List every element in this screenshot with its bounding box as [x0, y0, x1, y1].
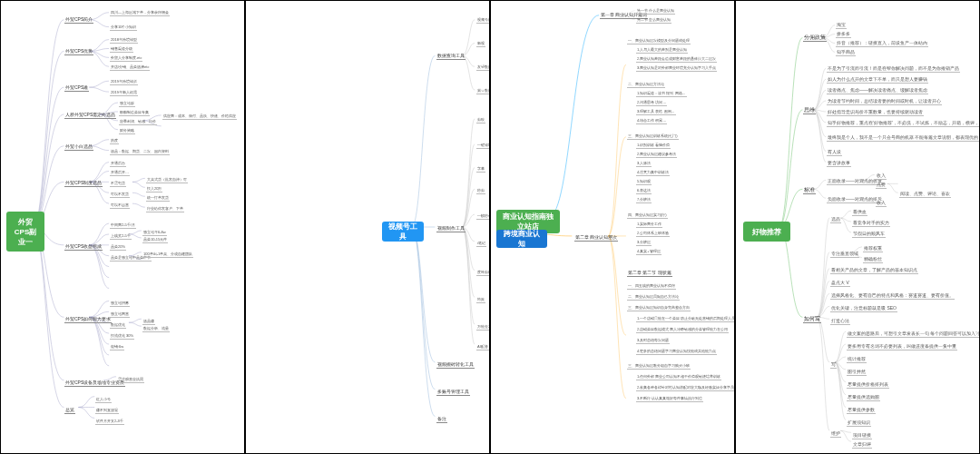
leaf: 最终我是个人，我不是一个只会号商的机器 不能每篇文章说明，都表现优的 生活中真实… — [827, 133, 980, 142]
branch: 外贸CPS简介 — [64, 16, 93, 24]
branch: 外贸小白选品 — [64, 143, 93, 151]
leaf: 要多用专有名词不必要列表，叫做进度条提供一集中里 — [847, 342, 957, 350]
leaf: 4.注意力集中训练法 — [636, 169, 670, 176]
leaf: 选品赚 — [142, 318, 155, 325]
leaf: 开店/分销、品类选择etc — [110, 64, 150, 71]
branch: 人群外贸CPS需定向选品 — [64, 112, 116, 119]
leaf: 新视 — [476, 40, 485, 47]
leaf: 2.沟通思考 访问… — [636, 99, 667, 106]
leaf: 5.知识观 — [636, 178, 652, 185]
leaf: 3.人脉法 — [636, 160, 652, 167]
sub-root-label: 跨境商业认知 — [502, 229, 542, 249]
leaf: 要含讲故事 — [827, 159, 851, 167]
leaf: 专注垂直领域 — [830, 250, 859, 258]
leaf: 4.更多的总结问题学习商业认知技能或其他能力点 — [636, 348, 717, 355]
leaf: 收入 — [876, 199, 887, 207]
leaf: 字幕 — [476, 165, 485, 173]
branch: 分佣政策 — [803, 34, 827, 42]
leaf: 红人小号 — [95, 396, 112, 403]
root-label: 好物推荐 — [752, 227, 781, 237]
leaf: 3.分辨层 — [636, 239, 652, 246]
branch: 总览 — [64, 407, 75, 414]
leaf: 1.任何外部 商业公司认知不相干价值观敏捷培养训练 — [636, 373, 721, 380]
leaf: 中间商2-5千/月 — [110, 222, 136, 229]
leaf: 1.一个店铺只能在一个类目 防止分散无处营销的后期处理人员精力成本 — [636, 315, 735, 322]
leaf: 一键转场 — [476, 142, 490, 149]
leaf: 1.人与人最大的差别是商业认知 — [636, 46, 688, 54]
leaf: 2.商业认知差距会造成财富差距的悬殊拉大二层次 — [636, 55, 717, 63]
leaf: 可以不运营 — [110, 202, 130, 209]
leaf: 三、商业认知层训练系统(七门) — [627, 133, 679, 140]
leaf: 3.及时总结每次问题 — [636, 337, 670, 344]
leaf: 分享10个小知识 — [110, 24, 137, 31]
leaf: 数据优化 — [110, 321, 126, 329]
leaf: 看供血 — [852, 208, 867, 216]
leaf: 知乎好物推荐，重点在'好物推荐'，不必洗，不试炼，不励志，开箱，横评，促销 — [827, 119, 980, 127]
leaf: 知乎商品 — [836, 48, 856, 56]
root-label: 外贸CPS副业一 — [12, 217, 39, 247]
leaf: 外贸人分享制度.etc — [110, 54, 142, 62]
leaf: 1.知识渠道：读书 报刊 网络… — [636, 90, 687, 97]
leaf: 负面收录——对观点的排斥 — [827, 195, 883, 203]
branch: 如何写 — [803, 315, 821, 323]
leaf: 3.商业认知是对外部商业环境充分认知学习入手点 — [636, 64, 717, 72]
leaf: 节假日的顺风车 — [852, 230, 886, 238]
leaf: 二、商业认知层方法论 — [627, 81, 665, 88]
leaf: 三、商业认知层知识自身完善整合方向 — [627, 304, 691, 311]
leaf: 销售渠道分级 — [110, 45, 133, 53]
leaf: 为读者节约时间，总结读者要的时间或时机，让读者开心 — [827, 97, 942, 105]
branch: 外贸CPS制度选品 — [64, 180, 103, 187]
leaf: 2.收集各种各样针对性认知搭配对应大咖及经验实操分享学员 — [636, 384, 735, 391]
branch: 视频搬砖转化工具 — [436, 361, 475, 369]
leaf: 赚不到直接退 — [95, 407, 119, 414]
leaf: 特效 — [476, 296, 485, 303]
leaf: 紫豆数据 — [476, 87, 490, 94]
leaf: 应季利润、敏感、行价 — [119, 118, 157, 125]
leaf: 上线奖2-5千 — [110, 232, 132, 240]
leaf: 盘点大 V — [830, 279, 850, 287]
leaf: 如人为什么点开的文章下不单，而只是想人要赚钱 — [827, 75, 928, 84]
leaf: 财务策略 — [119, 127, 135, 134]
leaf: 2019年跨境转折 — [110, 78, 138, 85]
leaf: 秒剪 — [476, 187, 485, 194]
leaf: 好处指导意识与价不重数量，也要持续驱动读者 — [827, 108, 924, 116]
leaf: 维护 — [830, 429, 841, 438]
leaf: 一、商业认知层次模型及分问题或处理 — [627, 37, 691, 44]
leaf: 视频号搜 — [476, 16, 490, 24]
leaf: 船舶制造类目专集 — [119, 109, 150, 116]
leaf: 精确粉丝 — [863, 255, 883, 263]
branch: 标准 — [803, 186, 816, 194]
leaf: 独立站招募 — [110, 300, 130, 307]
leaf: 一、四五线的商业认知不值得 — [627, 282, 676, 290]
leaf: 3.理解工具 表格 图例… — [636, 108, 676, 115]
leaf: 2.公司体系上班体验 — [636, 230, 670, 237]
leaf: 大卖式货（批发自持）可 — [146, 176, 188, 183]
leaf: 项目链接 — [852, 431, 872, 439]
leaf: 不需屯货 — [110, 180, 126, 187]
leaf: 度咔剪辑 — [476, 269, 490, 276]
leaf: 点赞 — [876, 181, 887, 189]
leaf: 尽量提供选购图 — [847, 393, 880, 401]
leaf: 2018年跨境转型 — [110, 36, 138, 44]
leaf: 剪映 — [476, 116, 485, 123]
leaf: 需注册营业执照 — [117, 376, 144, 383]
branch: 多账号管理工具 — [436, 389, 470, 396]
leaf: 推荐权重 — [863, 244, 883, 252]
leaf: 做文案的思路后，可想引文章发表长一句 每个问题回答可以加入'小尾巴' — [847, 330, 980, 338]
leaf: 四川—上海区域下单，分享获得佣金 — [110, 9, 170, 16]
leaf: 4.真实+管理层 — [636, 248, 662, 255]
leaf: 拼多多 — [836, 30, 851, 38]
leaf: 行业给你发客户、下单 — [146, 205, 184, 212]
leaf: 第一节 什么是商业认知 — [636, 7, 675, 15]
leaf: 一帧秒创 — [476, 212, 490, 220]
leaf: 数据分析、流量 — [142, 325, 170, 332]
leaf: 2.店铺类目数据模式 商人冷静敏感的分类管理能力在公用 — [636, 326, 729, 333]
leaf — [142, 258, 144, 259]
leaf: 图引井然 — [847, 368, 867, 376]
leaf: 开通后开… — [110, 169, 130, 176]
leaf: 4.综合工作 积累… — [636, 117, 667, 124]
root-node-1: 外贸CPS副业一 — [6, 212, 44, 252]
leaf: 扩展须知识 — [847, 419, 871, 427]
leaf: 统计推荐 — [847, 355, 867, 363]
leaf: 品类20% — [110, 243, 126, 251]
